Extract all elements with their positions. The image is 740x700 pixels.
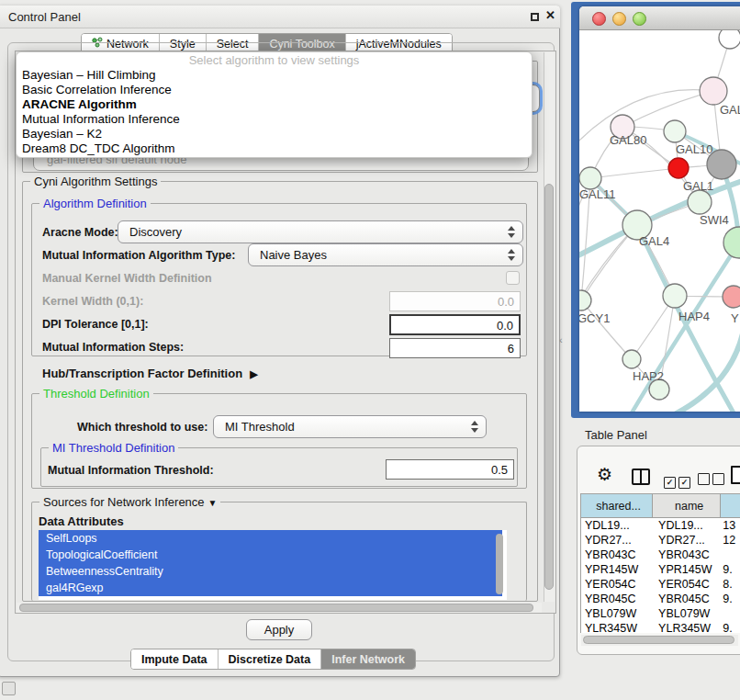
mi-threshold-label: Mutual Information Threshold:: [48, 464, 214, 477]
table-cell: 9.: [721, 562, 740, 577]
tab-label: Impute Data: [141, 653, 207, 666]
manual-kernel-checkbox[interactable]: [506, 271, 520, 285]
node-hap2[interactable]: [622, 350, 641, 368]
network-window-titlebar[interactable]: [579, 6, 740, 30]
attribute-item-betweennesscentrality[interactable]: BetweennessCentrality: [39, 563, 502, 580]
column-header-shared[interactable]: shared...: [581, 494, 653, 517]
algorithm-option-aracne-algorithm[interactable]: ARACNE Algorithm: [17, 97, 532, 112]
network-edge-thick[interactable]: [671, 333, 740, 412]
zoom-traffic-light[interactable]: [633, 12, 646, 26]
algorithm-option-bayesian-k2[interactable]: Bayesian – K2: [17, 127, 532, 141]
table-panel-title: Table Panel: [585, 428, 647, 442]
attributes-scrollbar-thumb[interactable]: [496, 534, 503, 594]
gear-icon[interactable]: ⚙: [597, 464, 612, 485]
node-label-hap4: HAP4: [678, 310, 710, 323]
node-top-partial[interactable]: [719, 30, 740, 49]
table-row[interactable]: YBR043CYBR043C: [581, 548, 740, 562]
tab-impute-data[interactable]: Impute Data: [131, 649, 218, 669]
table-cell: YBR043C: [653, 548, 721, 562]
table-cell: YBL079W: [653, 606, 721, 621]
kernel-width-field[interactable]: 0.0: [389, 291, 521, 311]
attribute-item-gal4rgexp[interactable]: gal4RGexp: [39, 580, 502, 596]
mi-steps-field[interactable]: 6: [389, 338, 521, 358]
mi-threshold-field[interactable]: 0.5: [386, 459, 514, 480]
splitter-collapse-icon[interactable]: ‹: [559, 334, 563, 345]
expand-arrow-icon[interactable]: ▶: [250, 368, 257, 380]
float-window-icon[interactable]: [531, 13, 539, 21]
node-label-hap2: HAP2: [633, 369, 664, 383]
table-row[interactable]: YER054CYER054C8.: [581, 577, 740, 592]
table-cell: 9.: [721, 592, 740, 606]
table-row[interactable]: YBR045CYBR045C9.: [581, 592, 740, 606]
data-attributes-list[interactable]: SelfLoopsTopologicalCoefficientBetweenne…: [39, 530, 507, 600]
aracne-mode-combo[interactable]: Discovery: [118, 220, 523, 243]
unchecked-box-icon: [698, 473, 710, 485]
manual-kernel-label: Manual Kernel Width Definition: [42, 272, 212, 285]
algorithm-definition-title: Algorithm Definition: [39, 197, 151, 210]
table-cell: YBR045C: [581, 592, 653, 606]
table-row[interactable]: YDL19...YDL19...13: [581, 518, 740, 533]
algorithm-option-bayesian-hill-climbing[interactable]: Bayesian – Hill Climbing: [17, 68, 532, 83]
settings-hscrollbar-thumb[interactable]: [19, 604, 533, 612]
collapse-arrow-icon[interactable]: ▼: [208, 498, 218, 508]
node-label-gcy1: GCY1: [579, 311, 610, 325]
which-threshold-label: Which threshold to use:: [77, 421, 207, 434]
tab-infer-network[interactable]: Infer Network: [320, 649, 415, 669]
aracne-mode-value: Discovery: [129, 225, 182, 239]
network-canvas[interactable]: GALGAL80GAL10GAL1SWI4GAL4GAL11GCY1HAP4YH…: [579, 30, 740, 412]
unchecked-box-icon: [712, 473, 724, 485]
column-header-clipped[interactable]: [721, 494, 740, 517]
select-all-checks-icon[interactable]: ✓✓: [664, 472, 693, 489]
mi-threshold-title: MI Threshold Definition: [49, 441, 178, 455]
node-gal11[interactable]: [579, 167, 601, 189]
network-view-window: GALGAL80GAL10GAL1SWI4GAL4GAL11GCY1HAP4YH…: [579, 6, 740, 412]
control-panel-titlebar[interactable]: [0, 6, 560, 28]
table-cell: YDL19...: [653, 518, 721, 533]
table-row[interactable]: YPR145WYPR145W9.: [581, 562, 740, 577]
table-row[interactable]: YLR345WYLR345W9.: [581, 621, 740, 633]
apply-button[interactable]: Apply: [246, 619, 312, 640]
table-cell: 9.: [721, 621, 740, 633]
tab-label: Infer Network: [331, 653, 405, 666]
which-threshold-combo[interactable]: MI Threshold: [213, 415, 487, 438]
node-label-gal: GAL: [720, 103, 740, 117]
close-traffic-light[interactable]: [592, 12, 606, 26]
column-layout-icon[interactable]: [632, 469, 650, 485]
column-header-name[interactable]: name: [653, 494, 721, 517]
table-cell: [721, 548, 740, 562]
checked-box-icon: ✓: [664, 477, 676, 489]
document-icon[interactable]: [731, 466, 740, 484]
network-edge-thick[interactable]: [630, 243, 739, 412]
attribute-item-topologicalcoefficient[interactable]: TopologicalCoefficient: [39, 547, 502, 563]
node-gal1-green[interactable]: [688, 190, 712, 214]
mi-algorithm-type-combo[interactable]: Naive Bayes: [248, 243, 523, 266]
node-salmon[interactable]: [723, 286, 740, 308]
hub-definition-toggle[interactable]: Hub/Transcription Factor Definition▶: [42, 367, 258, 380]
node-gcy1[interactable]: [579, 290, 591, 310]
algorithm-option-basic-correlation-inference[interactable]: Basic Correlation Inference: [17, 83, 532, 97]
node-hap4[interactable]: [663, 284, 687, 308]
network-edge[interactable]: [622, 91, 713, 127]
dpi-tolerance-field[interactable]: 0.0: [389, 314, 521, 335]
node-gal10[interactable]: [664, 120, 686, 142]
control-panel-title: Control Panel: [8, 10, 81, 24]
network-edge[interactable]: [581, 300, 632, 359]
checked-box-icon: ✓: [678, 477, 690, 489]
attribute-item-selfloops[interactable]: SelfLoops: [39, 530, 502, 547]
tab-discretize-data[interactable]: Discretize Data: [218, 649, 321, 669]
deselect-all-checks-icon[interactable]: [698, 472, 727, 489]
algorithm-option-dream8-dc-tdc-algorithm[interactable]: Dream8 DC_TDC Algorithm: [17, 141, 532, 156]
collapsed-panel-icon[interactable]: [2, 682, 16, 695]
network-edge[interactable]: [590, 168, 678, 178]
node-gal1-red[interactable]: [668, 158, 689, 178]
table-row[interactable]: YDR27...YDR27...12: [581, 533, 740, 548]
node-big-green[interactable]: [723, 227, 740, 258]
minimize-traffic-light[interactable]: [612, 12, 626, 26]
close-icon[interactable]: ✕: [545, 8, 555, 22]
algorithm-option-mutual-information-inference[interactable]: Mutual Information Inference: [17, 112, 532, 127]
table-hscrollbar-thumb[interactable]: [583, 636, 734, 644]
settings-vscrollbar-thumb[interactable]: [544, 184, 554, 590]
node-label-y: Y: [731, 311, 739, 325]
table-row[interactable]: YBL079WYBL079W: [581, 606, 740, 621]
node-pink-top[interactable]: [700, 77, 727, 105]
